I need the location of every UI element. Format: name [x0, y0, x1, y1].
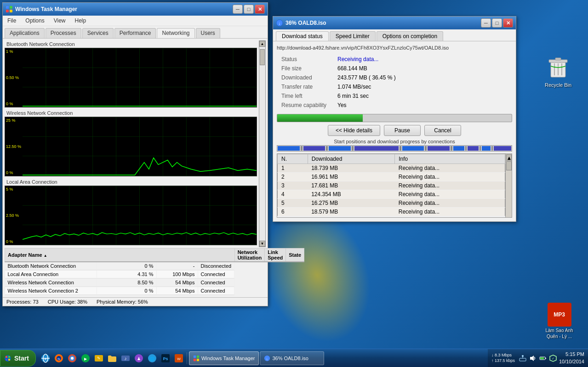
svg-text:↓: ↓: [267, 356, 268, 361]
paint-quicklaunch-icon[interactable]: ✎: [93, 352, 105, 364]
tab-networking[interactable]: Networking: [157, 28, 194, 38]
conn-dl-6: 18.579 MB: [308, 208, 395, 216]
network-content-layout: Bluetooth Network Connection 1 % 0.50 % …: [5, 40, 266, 247]
conn-row-1: 1 18.739 MB Receiving data...: [278, 164, 505, 173]
svg-rect-6: [6, 6, 9, 9]
media-center-icon: ▶: [80, 353, 91, 363]
tray-network-icon[interactable]: [519, 354, 527, 362]
winamp-icon: W: [174, 353, 184, 363]
tab-services[interactable]: Services: [82, 28, 114, 38]
svg-text:🌐: 🌐: [150, 356, 154, 361]
local-area-graph-label: Local Area Connection: [5, 178, 257, 186]
vol-quicklaunch-icon[interactable]: ♪: [120, 352, 131, 364]
svg-rect-80: [194, 355, 196, 357]
col-network-util[interactable]: Network Utilization: [234, 248, 265, 262]
dl-label-transfer: Transfer rate: [278, 83, 333, 91]
connections-table-container: N. Downloaded Info 1 18.739 MB Receiving…: [277, 153, 512, 218]
dl-value-transfer: 1.074 MB/sec: [334, 83, 511, 91]
col-adapter-name[interactable]: Adapter Name ▲: [5, 248, 235, 262]
progress-fill: [277, 114, 363, 122]
tray-antivirus-icon[interactable]: ✓: [549, 354, 557, 362]
adapter-state-wireless: Connected: [198, 279, 235, 287]
tab-options-completion[interactable]: Options on completion: [377, 31, 443, 41]
scroll-thumb[interactable]: [260, 49, 265, 65]
start-button[interactable]: Start: [0, 350, 36, 367]
dl-row-resume: Resume capability Yes: [278, 101, 511, 109]
download-close-button[interactable]: ✕: [503, 18, 513, 28]
tab-speed-limiter[interactable]: Speed Limiter: [330, 31, 376, 41]
close-button[interactable]: ✕: [255, 5, 265, 14]
bluetooth-y-labels: 1 % 0.50 % 0 %: [5, 48, 23, 107]
tab-performance[interactable]: Performance: [114, 28, 156, 38]
col-state[interactable]: State: [286, 248, 304, 262]
chrome-quicklaunch-icon[interactable]: [66, 352, 78, 364]
games-quicklaunch-icon[interactable]: ♟: [133, 352, 145, 364]
conn-scroll-up[interactable]: ▲: [506, 154, 512, 161]
conn-gap-6: [451, 146, 452, 151]
cancel-button[interactable]: Cancel: [424, 125, 461, 136]
download-progress-bar: [277, 114, 512, 122]
taskbar-item-download[interactable]: ↓ 36% OALD8.iso: [260, 351, 324, 365]
folder-quicklaunch-icon[interactable]: [106, 352, 118, 364]
maximize-button[interactable]: □: [244, 5, 254, 14]
conn-scroll-thumb[interactable]: [506, 161, 512, 170]
winamp-quicklaunch-icon[interactable]: W: [173, 352, 185, 364]
recycle-bin-svg: [547, 55, 569, 79]
conn-info-6: Receiving data...: [395, 208, 505, 216]
pause-button[interactable]: Pause: [384, 125, 421, 136]
ie-quicklaunch-icon[interactable]: e: [40, 352, 51, 364]
tray-battery-icon[interactable]: [539, 354, 547, 362]
wireless-canvas-area: [23, 117, 257, 176]
hide-details-button[interactable]: << Hide details: [328, 125, 380, 136]
svg-text:✎: ✎: [97, 356, 101, 361]
scroll-down-arrow[interactable]: ▼: [259, 241, 265, 247]
taskbar-item-taskmanager[interactable]: Windows Task Manager: [189, 351, 259, 365]
windows-logo-icon: [4, 355, 11, 362]
tab-download-status[interactable]: Download status: [276, 31, 329, 41]
antivirus-icon: ✓: [549, 355, 557, 362]
menu-help[interactable]: Help: [72, 17, 89, 25]
dl-label-status: Status: [278, 55, 333, 63]
local-area-graph-svg: [23, 186, 257, 245]
conn-n-3: 3: [278, 181, 308, 190]
menu-view[interactable]: View: [51, 17, 69, 25]
photoshop-quicklaunch-icon[interactable]: Ps: [160, 352, 171, 364]
tab-users[interactable]: Users: [196, 28, 220, 38]
conn-scrollbar[interactable]: ▲: [505, 154, 512, 217]
conn-n-4: 4: [278, 190, 308, 199]
col-link-speed[interactable]: Link Speed: [265, 248, 286, 262]
vertical-scrollbar[interactable]: ▲ ▼: [259, 40, 266, 247]
download-maximize-button[interactable]: □: [492, 18, 502, 28]
minimize-button[interactable]: ─: [233, 5, 243, 14]
conn-n-6: 6: [278, 208, 308, 216]
wireless-graph-svg: [23, 117, 257, 176]
bluetooth-graph-section: Bluetooth Network Connection 1 % 0.50 % …: [5, 40, 257, 107]
media-quicklaunch-icon[interactable]: ▶: [80, 352, 91, 364]
wireless-y-labels: 25 % 12.50 % 0 %: [5, 117, 23, 176]
recycle-bin-icon[interactable]: Recycle Bin: [542, 55, 574, 88]
adapter-link-bluetooth: -: [157, 262, 198, 270]
tray-volume-icon[interactable]: [529, 354, 537, 362]
mp3-desktop-icon[interactable]: MP3 Làm Sao Anh Quên - Lý ...: [542, 303, 577, 339]
network-quicklaunch-icon[interactable]: 🌐: [146, 352, 158, 364]
bluetooth-graph-label: Bluetooth Network Connection: [5, 40, 257, 48]
quick-launch-bar: e fx ▶: [38, 352, 187, 364]
tab-processes[interactable]: Processes: [46, 28, 81, 38]
conn-dl-5: 16.275 MB: [308, 199, 395, 208]
scroll-up-arrow[interactable]: ▲: [259, 41, 265, 47]
menu-options[interactable]: Options: [23, 17, 47, 25]
dl-row-downloaded: Downloaded 243.577 MB ( 36.45 % ): [278, 73, 511, 82]
download-minimize-button[interactable]: ─: [481, 18, 491, 28]
firefox-quicklaunch-icon[interactable]: fx: [53, 352, 65, 364]
firefox-icon: fx: [54, 353, 64, 363]
svg-text:e: e: [45, 357, 47, 361]
svg-rect-53: [8, 356, 10, 358]
menu-file[interactable]: File: [5, 17, 19, 25]
system-clock[interactable]: 5:15 PM 10/10/2014: [559, 351, 584, 365]
svg-rect-52: [6, 356, 7, 358]
adapter-row-bluetooth: Bluetooth Network Connection 0 % - Disco…: [5, 262, 235, 271]
titlebar-left: Windows Task Manager: [6, 6, 77, 13]
chrome-icon: [67, 353, 77, 363]
tab-applications[interactable]: Applications: [5, 28, 45, 38]
dl-row-transfer: Transfer rate 1.074 MB/sec: [278, 83, 511, 91]
